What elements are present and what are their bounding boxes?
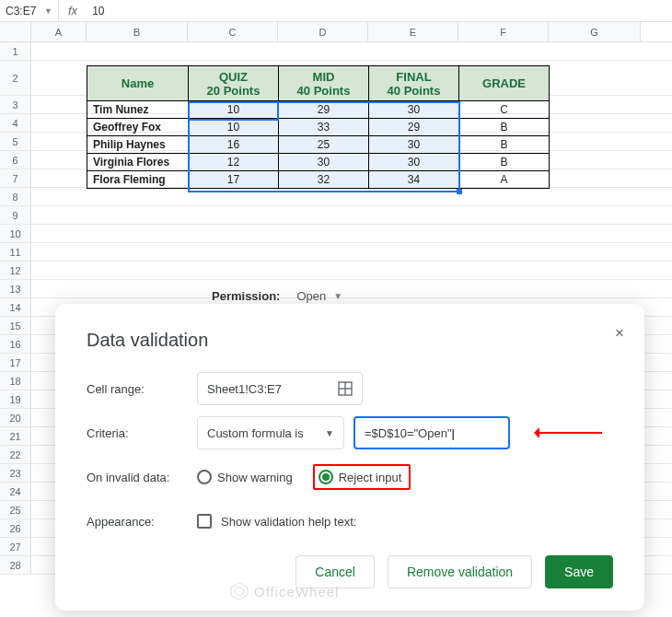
row-header[interactable]: 6 [0,151,31,169]
cell-quiz[interactable]: 16 [189,136,279,154]
cell[interactable] [31,225,87,242]
cell[interactable] [31,280,87,297]
save-button[interactable]: Save [545,555,613,588]
row-header[interactable]: 22 [0,446,31,463]
cell[interactable] [368,262,458,279]
row-header[interactable]: 20 [0,409,31,426]
cell[interactable] [31,188,87,205]
row-header[interactable]: 12 [0,262,31,279]
cell[interactable] [278,206,368,224]
cell[interactable] [31,42,87,60]
cell-final[interactable]: 30 [369,136,459,154]
cell-grade[interactable]: B [459,136,550,154]
col-header-A[interactable]: A [31,22,87,41]
cell[interactable] [188,188,278,205]
cell[interactable] [188,225,278,242]
col-header-D[interactable]: D [278,22,368,41]
row-header[interactable]: 11 [0,243,31,261]
cell[interactable] [549,188,641,205]
row-header[interactable]: 2 [0,61,31,95]
cell[interactable] [31,133,87,150]
col-header-G[interactable]: G [549,22,641,41]
cell[interactable] [278,188,368,205]
cell[interactable] [31,151,87,169]
cell[interactable] [87,262,188,279]
cell[interactable] [278,262,368,279]
cell-name[interactable]: Geoffrey Fox [87,119,189,136]
cell[interactable] [188,42,278,60]
row-header[interactable]: 27 [0,538,31,555]
cell[interactable] [278,225,368,242]
cell-quiz[interactable]: 17 [189,171,279,189]
cell-mid[interactable]: 33 [279,119,369,136]
cell-name[interactable]: Tim Nunez [87,101,189,119]
cell[interactable] [31,243,87,261]
cell[interactable] [188,243,278,261]
cell-final[interactable]: 29 [369,119,459,136]
cell[interactable] [458,262,549,279]
select-all-corner[interactable] [0,22,31,41]
cell[interactable] [458,225,549,242]
row-header[interactable]: 1 [0,42,31,60]
cell[interactable] [31,96,87,113]
cell[interactable] [278,42,368,60]
cell-mid[interactable]: 32 [279,171,369,189]
cell[interactable] [87,188,188,205]
cell[interactable] [458,206,549,224]
cell[interactable] [31,169,87,187]
cell[interactable] [549,96,641,113]
grid-icon[interactable] [338,381,353,396]
row-header[interactable]: 26 [0,519,31,537]
option-reject-input[interactable]: Reject input [319,470,402,484]
row-header[interactable]: 8 [0,188,31,205]
cell[interactable] [368,225,458,242]
cell[interactable] [87,280,188,297]
row-header[interactable]: 14 [0,298,31,316]
cell-final[interactable]: 30 [369,101,459,119]
permission-dropdown[interactable]: Open ▼ [296,289,342,303]
row-header[interactable]: 15 [0,317,31,334]
cell[interactable] [549,169,641,187]
cell[interactable] [87,225,188,242]
row-header[interactable]: 16 [0,335,31,353]
row-header[interactable]: 10 [0,225,31,242]
cell-range-input[interactable]: Sheet1!C3:E7 [197,372,363,405]
cell-quiz[interactable]: 12 [189,154,279,171]
cell-grade[interactable]: B [459,154,550,171]
cell[interactable] [549,206,641,224]
cell[interactable] [368,42,458,60]
cell[interactable] [87,206,188,224]
cell[interactable] [549,225,641,242]
criteria-formula-input[interactable]: =$D$10="Open"| [353,416,510,449]
col-header-C[interactable]: C [188,22,278,41]
row-header[interactable]: 19 [0,390,31,408]
row-header[interactable]: 3 [0,96,31,113]
close-button[interactable]: × [615,324,624,343]
cell[interactable] [87,42,188,60]
row-header[interactable]: 7 [0,169,31,187]
row-header[interactable]: 13 [0,280,31,297]
cell-mid[interactable]: 29 [279,101,369,119]
cell[interactable] [549,243,641,261]
remove-validation-button[interactable]: Remove validation [388,555,532,588]
cell[interactable] [31,114,87,132]
cell-grade[interactable]: B [459,119,550,136]
row-header[interactable]: 23 [0,464,31,482]
cell[interactable] [549,151,641,169]
formula-input[interactable]: 10 [87,5,110,17]
col-header-E[interactable]: E [368,22,458,41]
cell[interactable] [368,206,458,224]
cell[interactable] [87,243,188,261]
cell[interactable] [188,206,278,224]
cell[interactable] [549,114,641,132]
cell[interactable] [549,61,641,95]
cell[interactable] [549,42,641,60]
cell[interactable] [278,243,368,261]
cell-final[interactable]: 30 [369,154,459,171]
row-header[interactable]: 17 [0,354,31,371]
col-header-F[interactable]: F [458,22,549,41]
cell-name[interactable]: Flora Fleming [87,171,189,189]
cell[interactable] [458,188,549,205]
name-box[interactable]: C3:E7 ▼ [0,0,59,21]
cell-quiz[interactable]: 10 [189,119,279,136]
